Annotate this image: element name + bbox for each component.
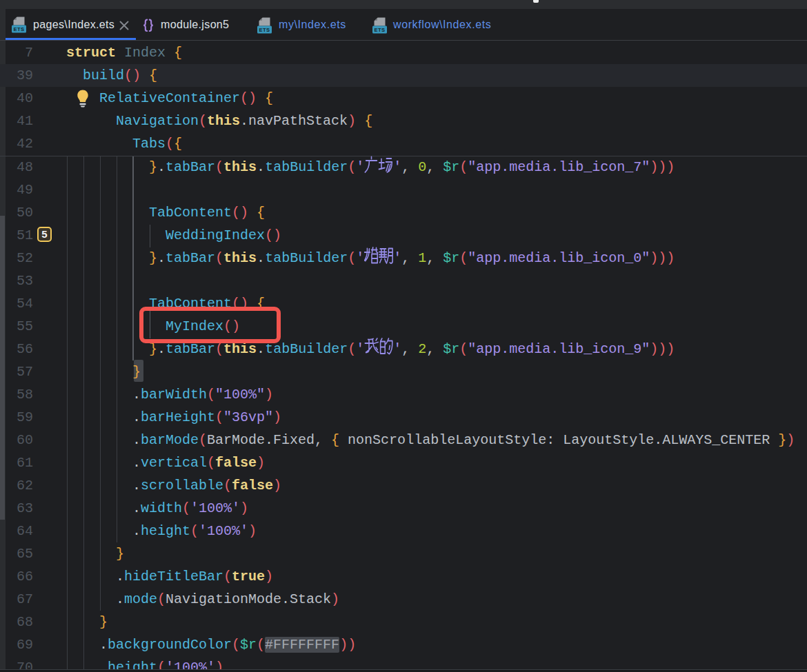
svg-text:ETS: ETS (375, 27, 386, 33)
svg-text:ETS: ETS (259, 27, 270, 33)
svg-text:ETS: ETS (14, 26, 25, 32)
